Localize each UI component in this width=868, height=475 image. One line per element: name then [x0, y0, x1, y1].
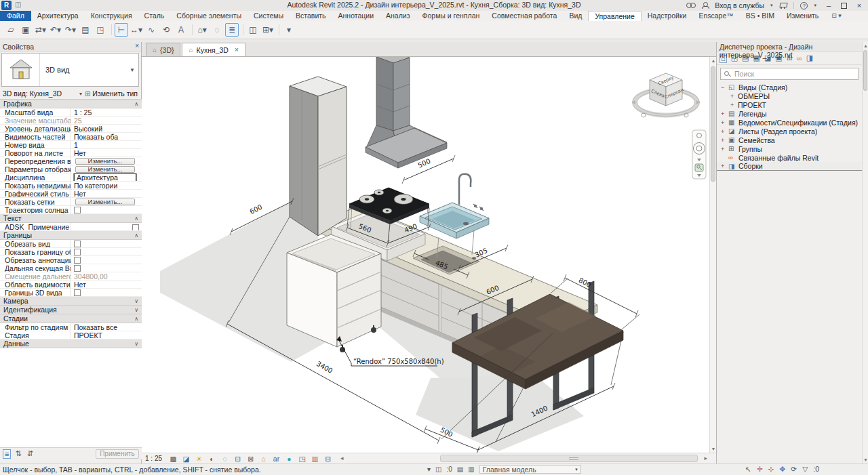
search-input[interactable] [734, 70, 858, 78]
property-row[interactable]: Поворот на листеНет [0, 149, 142, 157]
view-cube[interactable]: Сверху Слева Спереди [632, 73, 700, 117]
apply-button[interactable]: Применить [96, 449, 139, 459]
temporary-hide-icon[interactable]: ar [270, 455, 283, 463]
tab-view[interactable]: Вид [563, 11, 588, 21]
section-camera[interactable]: Камера∨ [0, 297, 142, 306]
collapse-icon[interactable]: ∧ [134, 232, 138, 239]
horizontal-scrollbar[interactable]: ◂ ▸ [338, 453, 709, 463]
tree-item-schedules[interactable]: +▦Ведомости/Спецификации (Стадия) [717, 118, 868, 127]
instance-selector[interactable]: 3D вид: Кухня_3D [1, 89, 77, 98]
expand-toggle[interactable]: + [730, 102, 738, 108]
tab-manage[interactable]: Управление [588, 11, 641, 21]
section-data[interactable]: Данные∨ [0, 339, 142, 348]
tab-addins[interactable]: Надстройки [642, 11, 693, 21]
type-selector[interactable]: 3D вид ▼ [1, 53, 139, 87]
tab-steel[interactable]: Сталь [138, 11, 171, 21]
expand-toggle[interactable]: + [721, 119, 728, 126]
tree-item-families[interactable]: +▣Семейства [717, 136, 868, 144]
restore-button[interactable] [841, 3, 847, 9]
worksets-icon[interactable]: ▤ [457, 466, 463, 473]
browser-search-box[interactable] [720, 68, 859, 80]
help-icon[interactable]: ? [800, 2, 808, 9]
edit-button[interactable]: Изменить... [75, 158, 135, 165]
property-row[interactable]: Показать невидимые л...По категории [0, 182, 142, 190]
reveal-hidden-icon[interactable]: ● [283, 455, 296, 463]
scrollbar-thumb[interactable] [863, 50, 867, 91]
tab-modify[interactable]: Изменить [781, 11, 825, 21]
section-text[interactable]: Текст∧ [0, 214, 142, 223]
default-3d-view-icon[interactable]: ⌂▾ [195, 24, 209, 36]
design-option-selector[interactable]: Главная модель ▾ [479, 465, 581, 474]
view-tab-close-icon[interactable]: × [235, 46, 239, 54]
close-hidden-windows-icon[interactable]: ◳ [94, 24, 107, 36]
tree-item-views[interactable]: −◱Виды (Стадия) [717, 83, 868, 91]
shadows-icon[interactable]: ◐ [205, 455, 218, 463]
search-icon[interactable] [686, 3, 696, 8]
measure-icon[interactable]: ⊢ [115, 23, 128, 37]
tab-insert[interactable]: Вставить [290, 11, 332, 21]
switch-windows-icon[interactable]: ⊞▾ [261, 24, 275, 36]
drawing-area[interactable]: ⌂ {3D} ⌂ Кухня_3D × [142, 42, 716, 463]
tab-file[interactable]: Файл [0, 11, 31, 21]
account-icon[interactable] [702, 2, 709, 9]
close-button[interactable]: × [853, 1, 865, 9]
expand-icon[interactable]: ∨ [134, 341, 138, 347]
render-dialog-icon[interactable]: ◌ [218, 455, 231, 463]
property-row[interactable]: Номер вида1 [0, 141, 142, 149]
sort-ascending-icon[interactable]: ⇅ [14, 449, 22, 458]
displacement-icon[interactable]: ⊟ [321, 455, 334, 463]
minimize-button[interactable]: – [823, 1, 835, 9]
checkbox[interactable] [74, 241, 81, 247]
browser-links-icon[interactable]: ∞ [797, 54, 802, 62]
crop-region-icon[interactable]: ⊠ [244, 455, 257, 463]
type-selector-caret-icon[interactable]: ▼ [130, 67, 138, 73]
discipline-select[interactable]: Архитектура [74, 173, 136, 181]
expand-toggle[interactable]: + [721, 146, 728, 152]
property-row[interactable]: Фильтр по стадиямПоказать все [0, 323, 142, 331]
expand-toggle[interactable]: + [721, 163, 728, 169]
property-row[interactable]: Обрезать вид [0, 240, 142, 248]
save-icon[interactable]: ▣ [19, 24, 33, 36]
sign-in-button[interactable]: Вход в службы [715, 1, 764, 9]
tab-bsbim[interactable]: BS • BIM [740, 11, 781, 21]
tree-item-legends[interactable]: +▤Легенды [717, 109, 868, 118]
tree-item-sheets[interactable]: +◪Листы (Раздел проекта) [717, 127, 868, 136]
tag-icon[interactable]: ∿ [144, 24, 158, 36]
checkbox[interactable] [132, 224, 139, 230]
vertical-scrollbar[interactable]: ▲ ▼ [709, 57, 716, 453]
scroll-down-icon[interactable]: ▼ [863, 457, 868, 462]
select-pinned-icon[interactable]: ⊹ [768, 465, 774, 473]
checkbox[interactable] [74, 249, 81, 255]
checkbox[interactable] [74, 207, 81, 213]
section-graphics[interactable]: Графика∧ [0, 100, 142, 108]
tab-structure[interactable]: Конструкция [85, 11, 138, 21]
properties-header[interactable]: Свойства × [0, 42, 141, 51]
tree-item-revit-links[interactable]: ∞Связанные файлы Revit [717, 153, 868, 162]
property-row[interactable]: СтадияПРОЕКТ [0, 331, 142, 339]
sun-path-icon[interactable]: ☀ [193, 455, 205, 463]
detail-level-icon[interactable]: ▩ [167, 455, 180, 463]
properties-close-icon[interactable]: × [135, 42, 139, 49]
sync-icon[interactable]: ⇄▾ [34, 24, 47, 36]
tree-item-assemblies[interactable]: +◨Сборки [717, 162, 868, 171]
view-scale-button[interactable]: 1 : 25 [145, 455, 162, 462]
scrollbar-thumb[interactable] [711, 66, 715, 182]
sign-in-caret-icon[interactable]: ▾ [770, 3, 773, 8]
select-by-face-icon[interactable]: ✥ [780, 465, 786, 473]
visual-style-icon[interactable]: ◪ [180, 455, 193, 463]
browser-scrollbar[interactable]: ▲ ▼ [862, 42, 868, 463]
print-icon[interactable]: ▤ [79, 24, 92, 36]
checkbox[interactable] [74, 265, 81, 272]
tree-item-proekt[interactable]: +ПРОЕКТ [717, 100, 868, 109]
filter-icon[interactable]: ▽ [802, 465, 808, 473]
property-row-discipline[interactable]: ДисциплинаАрхитектура [0, 173, 142, 182]
property-row[interactable]: Масштаб вида1 : 25 [0, 108, 142, 117]
section-phasing[interactable]: Стадии∧ [0, 314, 142, 323]
model-viewport[interactable]: 600 500 560 490 485 [142, 57, 709, 453]
property-row[interactable]: Дальняя секущая Вкл [0, 264, 142, 272]
scroll-right-icon[interactable]: ▸ [704, 455, 707, 461]
expand-toggle[interactable]: + [721, 128, 728, 135]
view-tab-3d[interactable]: ⌂ {3D} [146, 43, 180, 56]
reveal-constraints-icon[interactable]: ▥ [309, 455, 321, 463]
render-icon[interactable]: ◌ [210, 24, 224, 36]
